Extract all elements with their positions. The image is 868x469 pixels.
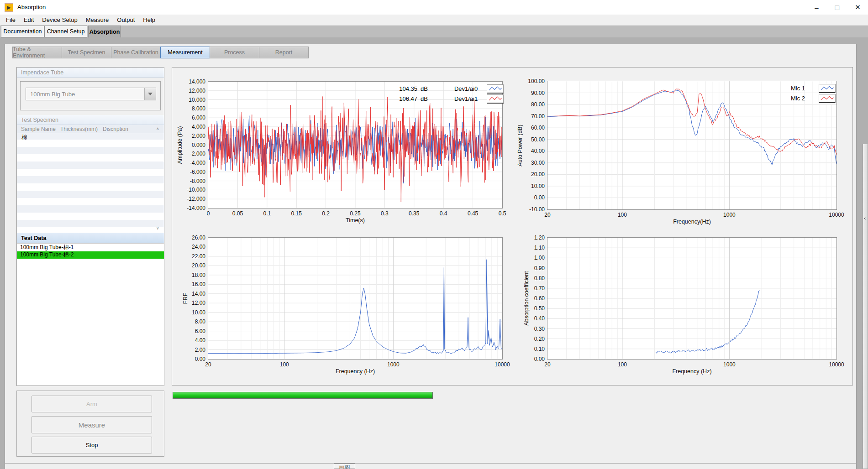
plot-style-icon-mic1[interactable]	[819, 84, 836, 93]
auto-power-chart: Auto Power (dB) Frequency(Hz) Mic 1 Mic …	[547, 81, 837, 210]
y-tick-label: 50.00	[518, 136, 545, 143]
y-tick-label: 40.00	[518, 148, 545, 154]
x-axis-title: Frequency(Hz)	[547, 219, 836, 225]
y-tick-label: -2.000	[179, 151, 205, 157]
y-tick-label: 12.00	[179, 300, 205, 306]
x-tick-label: 20	[195, 361, 222, 368]
y-tick-label: 100.00	[518, 78, 545, 84]
bottom-divider	[5, 463, 856, 464]
col-thickness: Thickness(mm)	[60, 126, 98, 132]
level-unit-2: dB	[421, 95, 428, 102]
arm-button[interactable]: Arm	[32, 396, 152, 412]
col-sample-name: Sample Name	[21, 126, 56, 132]
list-item-selected[interactable]: 100mm Big Tube-棉-2	[17, 251, 164, 259]
legend-label-mic1: Mic 1	[782, 85, 805, 92]
x-axis-title: Frequency (Hz)	[208, 368, 502, 375]
tab-documentation[interactable]: Documentation	[1, 26, 44, 37]
window-title: Absorption	[17, 4, 46, 10]
y-tick-label: 0.00	[518, 194, 545, 201]
menu-output[interactable]: Output	[113, 15, 139, 25]
y-tick-label: 0.70	[518, 285, 545, 292]
x-tick-label: 100	[609, 212, 636, 218]
collapse-left-icon[interactable]: <	[864, 216, 866, 221]
y-tick-label: 0.20	[518, 336, 545, 342]
subtab-tube-environment[interactable]: Tube & Environment	[12, 47, 62, 58]
menu-file[interactable]: File	[2, 15, 20, 25]
tab-channel-setup[interactable]: Channel Setup	[44, 26, 87, 37]
y-tick-label: 20.00	[179, 262, 205, 269]
y-tick-label: 0.000	[179, 142, 205, 148]
y-tick-label: -10.000	[179, 187, 205, 193]
list-item[interactable]: 100mm Big Tube-棉-1	[17, 244, 164, 251]
x-tick-label: 0.05	[224, 210, 251, 217]
x-tick-label: 20	[534, 212, 561, 218]
plot-style-icon-ai1[interactable]	[487, 94, 504, 104]
vertical-scrollbar[interactable]: <	[863, 144, 868, 469]
title-bar: ▶ Absorption – ◻ ✕	[0, 0, 868, 15]
y-tick-label: 0.10	[518, 346, 545, 352]
subtab-test-specimen[interactable]: Test Specimen	[62, 47, 111, 58]
scroll-up-icon[interactable]: ∧	[156, 126, 159, 131]
bottom-tab-draw[interactable]: 画图	[334, 464, 355, 469]
specimen-table[interactable]: Sample Name Thickness(mm) Discription ∧ …	[17, 125, 164, 233]
menu-edit[interactable]: Edit	[20, 15, 38, 25]
frf-chart: FRF Frequency (Hz) 26.0024.0022.0020.001…	[208, 237, 503, 360]
x-tick-label: 0.35	[400, 210, 428, 217]
x-axis-title: Frequency (Hz)	[547, 368, 836, 375]
x-tick-label: 0.45	[459, 210, 487, 217]
tab-absorption[interactable]: Absorption	[88, 26, 121, 38]
stop-button[interactable]: Stop	[32, 437, 152, 453]
y-tick-label: 22.00	[179, 253, 205, 260]
y-tick-label: 1.10	[518, 245, 545, 251]
main-tab-strip: Documentation Channel Setup Absorption	[0, 26, 868, 37]
measure-button[interactable]: Measure	[32, 416, 152, 433]
subtab-measurement[interactable]: Measurement	[160, 47, 210, 58]
y-tick-label: 6.000	[179, 115, 205, 121]
y-tick-label: 10.00	[518, 183, 545, 189]
x-tick-label: 1000	[715, 361, 743, 368]
menu-bar: File Edit Device Setup Measure Output He…	[0, 15, 868, 26]
table-row[interactable]: 棉	[21, 134, 27, 141]
y-tick-label: -12.000	[179, 196, 205, 202]
x-tick-label: 0.4	[430, 210, 457, 217]
x-tick-label: 100	[271, 361, 298, 368]
measurement-progress-bar	[173, 392, 433, 399]
subtab-phase-calibration[interactable]: Phase Calibration	[111, 47, 161, 58]
menu-help[interactable]: Help	[139, 15, 159, 25]
y-tick-label: 18.00	[179, 272, 205, 278]
legend-label-ai1: Dev1/ai1	[454, 95, 483, 102]
y-tick-label: -8.000	[179, 178, 205, 184]
y-tick-label: 24.00	[179, 244, 205, 250]
x-tick-label: 1000	[379, 361, 407, 368]
x-tick-label: 100	[609, 361, 636, 368]
y-tick-label: 1.20	[518, 234, 545, 241]
x-axis-title: Time(s)	[208, 217, 502, 224]
y-tick-label: 8.000	[179, 105, 205, 112]
specimen-table-header: Sample Name Thickness(mm) Discription	[17, 125, 164, 133]
menu-measure[interactable]: Measure	[82, 15, 113, 25]
maximize-icon[interactable]: ◻	[827, 0, 847, 15]
plot-style-icon-mic2[interactable]	[819, 94, 836, 103]
y-tick-label: 26.00	[179, 234, 205, 241]
tube-select-dropdown[interactable]: 100mm Big Tube	[26, 88, 156, 100]
close-icon[interactable]: ✕	[847, 0, 868, 15]
y-tick-label: 90.00	[518, 90, 545, 96]
dropdown-button[interactable]	[144, 88, 156, 100]
y-tick-label: 10.00	[179, 309, 205, 316]
y-tick-label: 8.00	[179, 318, 205, 325]
subtab-process[interactable]: Process	[210, 47, 259, 58]
y-tick-label: 2.00	[179, 347, 205, 353]
y-tick-label: 60.00	[518, 125, 545, 131]
waveform-legend: 104.35 dB Dev1/ai0 106.47 dB Dev1/ai1	[395, 84, 504, 104]
x-tick-label: 10000	[489, 361, 516, 368]
subtab-report[interactable]: Report	[259, 47, 309, 58]
plot-style-icon-ai0[interactable]	[487, 84, 504, 94]
mic-legend: Mic 1 Mic 2	[782, 83, 836, 103]
test-data-list[interactable]: 100mm Big Tube-棉-1 100mm Big Tube-棉-2	[17, 243, 164, 386]
menu-device-setup[interactable]: Device Setup	[38, 15, 81, 25]
y-tick-label: -4.000	[179, 160, 205, 166]
x-tick-label: 0.15	[283, 210, 310, 217]
scroll-down-icon[interactable]: ∨	[156, 226, 159, 230]
y-tick-label: 14.000	[179, 78, 205, 85]
minimize-icon[interactable]: –	[806, 0, 827, 15]
